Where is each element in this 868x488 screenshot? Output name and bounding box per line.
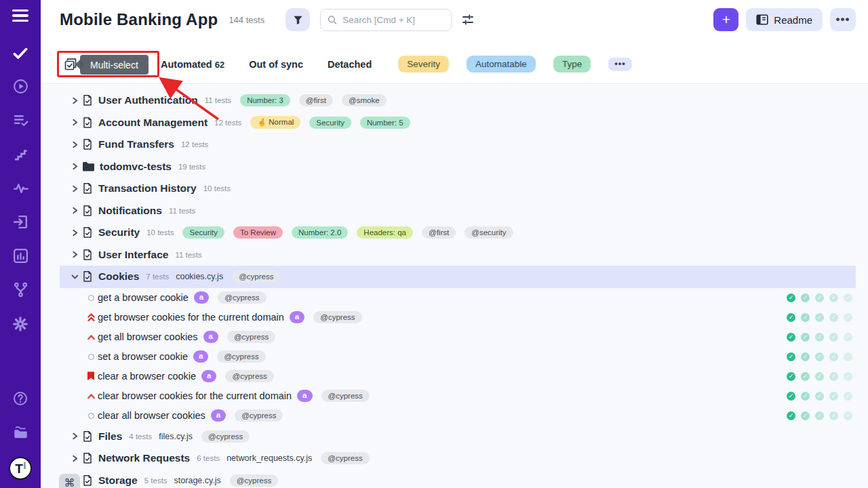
suite-row[interactable]: Files4 testsfiles.cy.js@cypress: [60, 426, 856, 448]
chevron-right-icon[interactable]: [71, 97, 79, 104]
test-row[interactable]: get a browser cookiea@cypress✓✓✓✓✓: [60, 288, 856, 308]
test-row[interactable]: get all browser cookiesa@cypress✓✓✓✓✓: [60, 327, 856, 347]
suite-row[interactable]: todomvc-tests19 tests: [60, 156, 856, 178]
filter-out-of-sync[interactable]: Out of sync: [249, 59, 303, 70]
check-circle-icon: ✓: [815, 313, 824, 322]
tag-badge: @first: [422, 226, 456, 239]
sidebar: T: [0, 0, 41, 488]
automated-marker-badge: a: [193, 350, 208, 363]
filter-detached[interactable]: Detached: [328, 59, 372, 70]
chevron-right-icon[interactable]: [71, 141, 79, 148]
suite-name[interactable]: Network Requests: [98, 452, 190, 464]
check-circle-icon: ✓: [815, 392, 824, 401]
chevron-right-icon[interactable]: [71, 163, 79, 170]
chevron-right-icon[interactable]: [71, 432, 79, 440]
pulse-icon[interactable]: [11, 179, 30, 197]
suite-name[interactable]: Transaction History: [98, 182, 197, 195]
file-check-icon: [82, 452, 93, 464]
search-icon: [328, 15, 337, 25]
suite-name[interactable]: todomvc-tests: [100, 161, 172, 173]
header-more-button[interactable]: •••: [830, 8, 856, 31]
check-circle-icon: ✓: [787, 313, 795, 322]
chevron-right-icon[interactable]: [71, 455, 79, 462]
chevron-right-icon[interactable]: [71, 119, 79, 126]
file-check-icon: [82, 205, 93, 217]
file-check-icon: [82, 138, 93, 150]
import-icon[interactable]: [11, 213, 30, 231]
chevron-right-icon[interactable]: [71, 229, 79, 237]
suite-test-count: 7 tests: [146, 272, 169, 281]
suite-name[interactable]: Account Management: [98, 117, 208, 129]
test-row[interactable]: clear a browser cookiea@cypress✓✓✓✓✓: [60, 367, 856, 386]
settings-gear-icon[interactable]: [11, 314, 30, 333]
suite-file-name: network_requests.cy.js: [226, 453, 312, 463]
suite-row[interactable]: Security10 testsSecurityTo ReviewNumber:…: [60, 222, 856, 244]
test-row[interactable]: set a browser cookiea@cypress✓✓✓✓✓: [60, 347, 856, 367]
test-name[interactable]: clear browser cookies for the current do…: [98, 390, 292, 401]
chevron-right-icon[interactable]: [71, 185, 79, 192]
chevron-down-icon[interactable]: [71, 273, 79, 281]
folder-icon: [82, 161, 94, 172]
suite-row[interactable]: User Authentication11 testsNumber: 3@fir…: [60, 89, 856, 112]
tag-badge: @cypress: [225, 370, 273, 382]
test-name[interactable]: set a browser cookie: [98, 351, 188, 362]
branches-icon[interactable]: [11, 281, 30, 299]
suite-name[interactable]: Notifications: [98, 205, 162, 217]
suite-name[interactable]: Files: [98, 430, 122, 443]
test-row[interactable]: clear all browser cookiesa@cypress✓✓✓✓✓: [60, 406, 856, 426]
test-name[interactable]: clear all browser cookies: [98, 410, 205, 421]
chevron-right-icon[interactable]: [71, 251, 79, 258]
filter-pill-automatable[interactable]: Automatable: [467, 56, 536, 73]
suite-row[interactable]: User Interface11 tests: [60, 244, 856, 266]
runs-play-icon[interactable]: [11, 77, 30, 96]
hamburger-menu-icon[interactable]: [12, 9, 28, 22]
search-box[interactable]: [320, 9, 452, 31]
suite-row[interactable]: Fund Transfers12 tests: [60, 134, 856, 156]
keyboard-shortcut-badge[interactable]: ⌘: [59, 474, 80, 488]
view-settings-button[interactable]: [461, 14, 475, 26]
help-icon[interactable]: [11, 389, 30, 407]
tests-check-icon[interactable]: [11, 43, 30, 62]
suite-row[interactable]: Cookies7 testscookies.cy.js@cypress: [60, 266, 856, 288]
test-name[interactable]: clear a browser cookie: [98, 371, 196, 382]
suite-test-count: 10 tests: [146, 228, 174, 237]
analytics-chart-icon[interactable]: [11, 247, 30, 265]
filter-more-button[interactable]: •••: [608, 58, 632, 71]
check-circle-icon: ✓: [829, 411, 838, 420]
test-row[interactable]: get browser cookies for the current doma…: [60, 308, 856, 327]
filter-pill-severity[interactable]: Severity: [398, 56, 449, 73]
suite-name[interactable]: Cookies: [98, 270, 139, 283]
test-row[interactable]: clear browser cookies for the current do…: [60, 386, 856, 406]
filter-button[interactable]: [285, 8, 310, 31]
suite-name[interactable]: User Authentication: [98, 94, 198, 106]
suite-row[interactable]: Storage5 testsstorage.cy.js@cypress: [60, 470, 856, 488]
tooltip-text: Multi-select: [90, 60, 138, 70]
app-logo[interactable]: T: [9, 457, 32, 480]
add-button[interactable]: +: [713, 8, 738, 31]
tag-badge: Security: [309, 117, 351, 129]
plans-list-check-icon[interactable]: [11, 111, 30, 129]
suite-row[interactable]: Transaction History10 tests: [60, 178, 856, 200]
steps-icon[interactable]: [11, 145, 30, 163]
suite-name[interactable]: Fund Transfers: [98, 138, 174, 150]
suite-row[interactable]: Notifications11 tests: [60, 200, 856, 222]
automated-marker-badge: a: [194, 291, 209, 304]
filter-automated[interactable]: Automated 62: [161, 59, 224, 70]
main-area: Mobile Banking App 144 tests + Readme ••…: [41, 0, 868, 488]
suite-row[interactable]: Network Requests6 testsnetwork_requests.…: [60, 447, 856, 470]
test-name[interactable]: get a browser cookie: [98, 292, 189, 303]
check-circle-icon: ✓: [815, 352, 824, 361]
suite-name[interactable]: User Interface: [98, 249, 168, 261]
filter-pill-type[interactable]: Type: [553, 56, 591, 73]
suite-name[interactable]: Storage: [98, 474, 138, 487]
projects-folder-icon[interactable]: [11, 423, 30, 441]
tag-badge: @cypress: [321, 452, 369, 464]
suite-name[interactable]: Security: [98, 226, 140, 239]
test-name[interactable]: get all browser cookies: [98, 331, 198, 342]
chevron-right-icon[interactable]: [71, 207, 79, 214]
test-name[interactable]: get browser cookies for the current doma…: [98, 312, 284, 323]
readme-button[interactable]: Readme: [746, 8, 823, 31]
search-input[interactable]: [342, 15, 444, 25]
suite-row[interactable]: Account Management12 tests🤞 NormalSecuri…: [60, 112, 856, 134]
tag-badge: @cypress: [313, 311, 361, 323]
